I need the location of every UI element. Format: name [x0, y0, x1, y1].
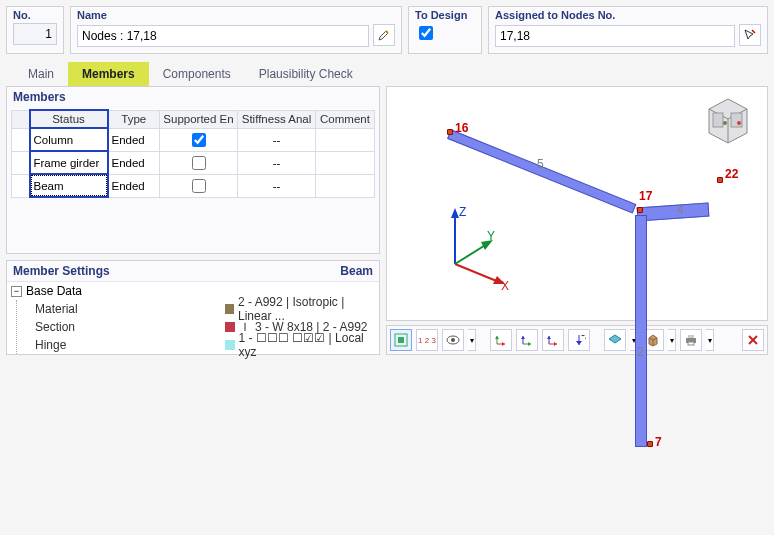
tree-group-label: Base Data: [26, 284, 82, 298]
col-supported: Supported En: [160, 110, 238, 128]
tree-row-material[interactable]: Material 2 - A992 | Isotropic | Linear .…: [31, 300, 379, 318]
cell-type: Ended: [108, 128, 160, 151]
no-label: No.: [13, 9, 57, 21]
render-mode-dropdown[interactable]: ▾: [668, 329, 676, 351]
svg-text:Z: Z: [459, 205, 466, 219]
nav-cube[interactable]: [699, 95, 757, 147]
cell-stiff: --: [238, 174, 316, 197]
svg-text:Y: Y: [487, 229, 495, 243]
no-field[interactable]: [13, 23, 57, 45]
tab-members[interactable]: Members: [68, 62, 149, 86]
svg-marker-26: [528, 342, 531, 346]
printer-icon: [684, 333, 698, 347]
svg-rect-41: [688, 335, 694, 338]
tab-components[interactable]: Components: [149, 62, 245, 86]
close-viewport-button[interactable]: [742, 329, 764, 351]
table-row[interactable]: Frame girder Ended --: [12, 151, 375, 174]
axes-gizmo: Z X Y: [425, 204, 515, 294]
members-table[interactable]: Status Type Supported En Stiffness Anal …: [11, 109, 375, 198]
col-stiffness: Stiffness Anal: [238, 110, 316, 128]
node-dot: [647, 441, 653, 447]
svg-rect-42: [688, 342, 694, 345]
cell-type: Ended: [108, 151, 160, 174]
members-title: Members: [13, 90, 66, 104]
model-viewport[interactable]: 16 17 22 7 5 4 2 Z X Y: [386, 86, 768, 321]
collapse-icon[interactable]: −: [11, 286, 22, 297]
svg-marker-23: [495, 336, 499, 339]
tree-key: Hinge: [35, 338, 225, 352]
node-dot: [637, 207, 643, 213]
show-hide-dropdown[interactable]: ▾: [468, 329, 476, 351]
xz-view-button[interactable]: [542, 329, 564, 351]
svg-marker-27: [521, 336, 525, 339]
node-dot: [717, 177, 723, 183]
tree-val: 1 - ☐☐☐ ☐☑☑ | Local xyz: [239, 331, 379, 359]
member-label: 2: [637, 345, 644, 359]
svg-line-0: [752, 30, 755, 33]
axis-yz-icon: [520, 333, 534, 347]
table-row[interactable]: Column Ended --: [12, 128, 375, 151]
svg-point-5: [723, 121, 727, 125]
cursor-icon: [744, 29, 756, 41]
tree-row-hinge[interactable]: Hinge 1 - ☐☐☐ ☐☑☑ | Local xyz: [31, 336, 379, 354]
eye-icon: [446, 335, 460, 345]
node-label: 16: [455, 121, 468, 135]
col-status: Status: [30, 110, 108, 128]
edit-name-button[interactable]: [373, 24, 395, 46]
svg-line-9: [455, 264, 499, 282]
cell-supported-checkbox[interactable]: [192, 133, 206, 147]
name-field[interactable]: [77, 25, 369, 47]
tab-main[interactable]: Main: [14, 62, 68, 86]
svg-marker-30: [554, 342, 557, 346]
cell-supported-checkbox[interactable]: [192, 179, 206, 193]
member-label: 4: [677, 203, 684, 217]
xy-view-button[interactable]: [490, 329, 512, 351]
to-design-label: To Design: [415, 9, 475, 21]
table-row[interactable]: Beam Ended --: [12, 174, 375, 197]
show-hide-button[interactable]: [442, 329, 464, 351]
svg-marker-31: [547, 336, 551, 339]
print-dropdown[interactable]: ▾: [706, 329, 714, 351]
pick-nodes-button[interactable]: [739, 24, 761, 46]
close-icon: [747, 334, 759, 346]
print-button[interactable]: [680, 329, 702, 351]
member-5[interactable]: [447, 129, 636, 213]
tree-key: Material: [35, 302, 225, 316]
numbering-button[interactable]: 1 2 3: [416, 329, 438, 351]
cell-stiff: --: [238, 151, 316, 174]
swatch-icon: [225, 304, 234, 314]
cell-status[interactable]: Beam: [30, 174, 108, 197]
view-mode-button[interactable]: [604, 329, 626, 351]
svg-rect-3: [713, 113, 723, 127]
pencil-icon: [378, 29, 390, 41]
svg-text:-Z: -Z: [581, 333, 586, 342]
assigned-nodes-field[interactable]: [495, 25, 735, 47]
axis-xz-icon: [546, 333, 560, 347]
cell-status[interactable]: Frame girder: [30, 151, 108, 174]
cell-supported-checkbox[interactable]: [192, 156, 206, 170]
axis-xy-icon: [494, 333, 508, 347]
neg-z-view-button[interactable]: -Z: [568, 329, 590, 351]
member-2[interactable]: [635, 215, 647, 447]
member-label: 5: [537, 157, 544, 171]
svg-line-11: [455, 244, 487, 264]
viewport-toolbar: 1 2 3 ▾ -Z ▾ ▾ ▾: [386, 325, 768, 355]
cell-status[interactable]: Column: [30, 128, 108, 151]
svg-point-6: [737, 121, 741, 125]
tree-key: Section: [35, 320, 225, 334]
to-design-checkbox[interactable]: [419, 26, 433, 40]
node-label: 17: [639, 189, 652, 203]
member-4[interactable]: [637, 203, 710, 222]
fit-view-button[interactable]: [390, 329, 412, 351]
col-type: Type: [108, 110, 160, 128]
settings-context: Beam: [340, 264, 373, 278]
cube-icon: [646, 333, 660, 347]
svg-point-19: [451, 338, 455, 342]
yz-view-button[interactable]: [516, 329, 538, 351]
layers-icon: [608, 333, 622, 347]
tab-plausibility[interactable]: Plausibility Check: [245, 62, 367, 86]
node-label: 22: [725, 167, 738, 181]
name-label: Name: [77, 9, 395, 21]
svg-marker-22: [502, 342, 505, 346]
svg-marker-8: [451, 208, 459, 218]
